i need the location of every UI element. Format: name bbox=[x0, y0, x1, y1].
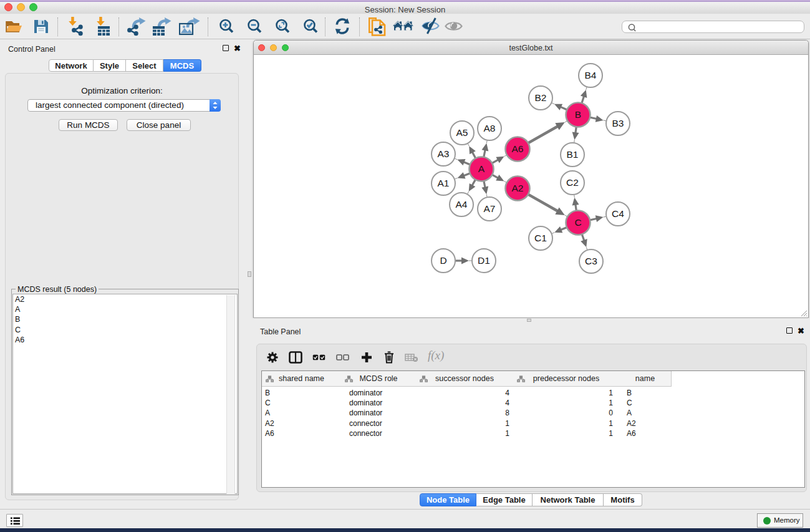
svg-text:A3: A3 bbox=[438, 148, 450, 159]
svg-text:B4: B4 bbox=[585, 70, 597, 80]
svg-text:B3: B3 bbox=[612, 118, 624, 128]
svg-text:B2: B2 bbox=[535, 92, 547, 103]
svg-text:B1: B1 bbox=[567, 149, 579, 160]
svg-text:C2: C2 bbox=[566, 177, 579, 188]
svg-text:A4: A4 bbox=[456, 199, 468, 210]
svg-text:C1: C1 bbox=[534, 233, 547, 243]
svg-text:D1: D1 bbox=[478, 255, 490, 266]
svg-text:A8: A8 bbox=[484, 123, 496, 133]
svg-text:D: D bbox=[440, 255, 446, 266]
svg-text:C: C bbox=[574, 217, 581, 228]
svg-text:A: A bbox=[478, 163, 485, 174]
svg-text:A7: A7 bbox=[484, 203, 496, 214]
svg-text:A2: A2 bbox=[512, 183, 524, 193]
svg-text:A5: A5 bbox=[456, 127, 468, 138]
svg-text:C4: C4 bbox=[612, 208, 624, 219]
svg-text:A1: A1 bbox=[438, 178, 450, 188]
svg-text:C3: C3 bbox=[585, 256, 597, 266]
svg-text:A6: A6 bbox=[512, 143, 524, 154]
svg-text:B: B bbox=[575, 109, 581, 120]
